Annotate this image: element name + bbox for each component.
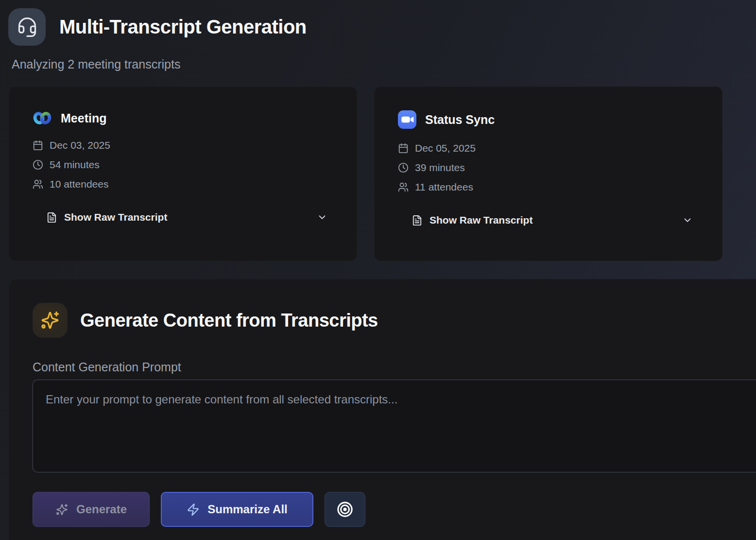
summarize-all-button[interactable]: Summarize All	[161, 492, 313, 527]
sparkles-icon-container	[33, 303, 68, 338]
generator-panel: Generate Content from Transcripts Conten…	[9, 279, 756, 540]
summarize-button-label: Summarize All	[207, 503, 288, 516]
meeting-duration: 54 minutes	[50, 159, 100, 171]
meeting-duration-row: 39 minutes	[398, 161, 699, 174]
meeting-card-zoom: Status Sync Dec 05, 2025 39 minutes	[374, 87, 722, 261]
generator-actions: Generate Summarize All	[33, 492, 756, 527]
meeting-attendees: 10 attendees	[50, 178, 108, 190]
card-header: Status Sync	[398, 110, 699, 129]
meeting-date: Dec 05, 2025	[415, 142, 476, 154]
users-icon	[33, 179, 43, 190]
meeting-attendees: 11 attendees	[415, 181, 473, 193]
meeting-date-row: Dec 05, 2025	[398, 141, 699, 155]
meeting-duration-row: 54 minutes	[33, 158, 333, 172]
calendar-icon	[398, 143, 409, 154]
show-raw-transcript-toggle[interactable]: Show Raw Transcript	[33, 211, 333, 223]
prompt-label: Content Generation Prompt	[33, 360, 756, 374]
card-header: Meeting	[33, 110, 333, 126]
meeting-title: Status Sync	[425, 113, 495, 127]
page-subtitle: Analyzing 2 meeting transcripts	[12, 57, 756, 71]
clock-icon	[398, 162, 409, 173]
file-text-icon	[46, 212, 57, 223]
meeting-card-webex: Meeting Dec 03, 2025 54 minutes	[9, 87, 357, 261]
meeting-date-row: Dec 03, 2025	[33, 139, 333, 152]
meeting-attendees-row: 10 attendees	[33, 177, 333, 191]
meeting-cards-row: Meeting Dec 03, 2025 54 minutes	[9, 87, 747, 261]
page-header: Multi-Transcript Generation	[0, 0, 756, 46]
generator-title: Generate Content from Transcripts	[80, 310, 378, 331]
generator-header: Generate Content from Transcripts	[33, 303, 756, 338]
page-title: Multi-Transcript Generation	[59, 16, 307, 38]
target-icon	[337, 501, 353, 518]
file-text-icon	[412, 215, 423, 226]
clock-icon	[33, 159, 43, 170]
prompt-input[interactable]	[33, 380, 756, 472]
chevron-down-icon	[317, 212, 327, 223]
zoom-icon	[398, 110, 416, 129]
transcript-toggle-label: Show Raw Transcript	[64, 211, 167, 223]
sparkles-icon	[55, 503, 69, 516]
calendar-icon	[33, 140, 43, 151]
chevron-down-icon	[682, 215, 693, 226]
sparkles-icon	[40, 310, 60, 331]
target-button[interactable]	[325, 492, 365, 527]
meeting-attendees-row: 11 attendees	[398, 180, 699, 194]
headset-icon	[17, 17, 38, 38]
meeting-duration: 39 minutes	[415, 162, 465, 174]
generate-button-label: Generate	[76, 503, 127, 516]
transcript-toggle-label: Show Raw Transcript	[430, 214, 533, 226]
meeting-date: Dec 03, 2025	[50, 139, 110, 151]
app-icon-container	[8, 8, 46, 46]
users-icon	[398, 182, 409, 192]
show-raw-transcript-toggle[interactable]: Show Raw Transcript	[398, 214, 699, 226]
meeting-title: Meeting	[61, 111, 106, 125]
generate-button[interactable]: Generate	[33, 492, 150, 527]
zap-icon	[187, 503, 200, 516]
webex-icon	[33, 110, 52, 126]
